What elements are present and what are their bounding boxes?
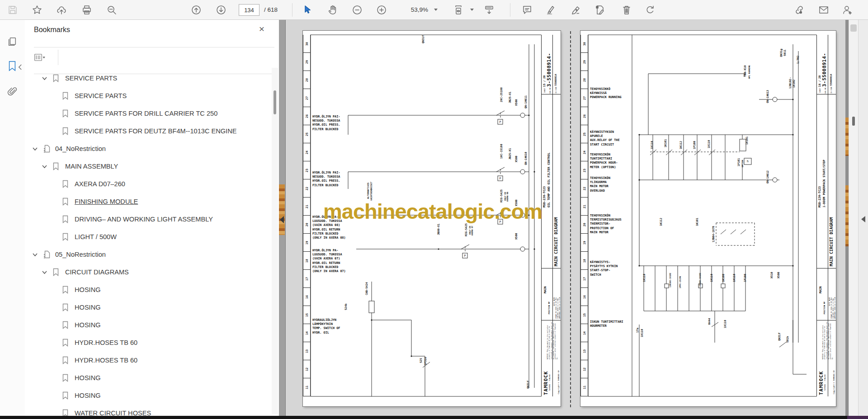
- bookmark-item[interactable]: SERVICE PARTS FOR DEUTZ BF4M--1013C ENGI…: [25, 122, 270, 140]
- chevron-down-icon[interactable]: [32, 251, 38, 257]
- bookmark-icon: [52, 268, 59, 276]
- divider: [34, 47, 274, 47]
- description-block: TEHOYKSIKÖNTUNTIMITTARIPOWERPACK HOUR-ME…: [590, 153, 632, 169]
- hand-tool-icon[interactable]: [326, 4, 339, 16]
- attachments-icon[interactable]: [7, 86, 18, 98]
- drawing-number: DWG NR3-55008914-: [821, 53, 827, 94]
- redo-icon[interactable]: [644, 4, 656, 16]
- bookmark-icon: [62, 198, 69, 206]
- close-icon[interactable]: ×: [259, 24, 264, 33]
- bookmark-item[interactable]: SERVICE PARTS FOR DRILL CARRIER TC 250: [25, 104, 270, 122]
- fit-dropdown-caret[interactable]: [470, 9, 474, 11]
- bookmarks-scrollbar[interactable]: [272, 68, 278, 414]
- share-upload-icon[interactable]: [55, 4, 68, 16]
- share-link-icon[interactable]: [793, 4, 806, 16]
- bookmark-item[interactable]: 04_NoRestriction: [25, 140, 270, 157]
- row-marker: 16: [580, 288, 588, 306]
- bookmark-item-label: HOSING: [75, 304, 101, 311]
- panel-divider[interactable]: [279, 20, 286, 416]
- row-marker: 24: [580, 143, 588, 161]
- comment-icon[interactable]: [521, 4, 533, 16]
- component-label: S25: [419, 358, 422, 363]
- fill-sign-icon[interactable]: [594, 4, 606, 16]
- component-label: 1JB102-1X102: [699, 273, 701, 287]
- bookmark-item-label: SERVICE PARTS: [75, 92, 127, 99]
- component-label: 1/702: [796, 56, 799, 64]
- sign-pen-icon[interactable]: [570, 4, 582, 16]
- vertical-scrollbar[interactable]: [849, 20, 858, 416]
- panel-title: Bookmarks: [34, 26, 70, 34]
- divider: [58, 50, 58, 65]
- bookmark-item[interactable]: LIGHT / 500W: [25, 228, 270, 245]
- bookmark-item[interactable]: HYDR.HOSES TB 60: [25, 351, 270, 369]
- taskbar-accent: [847, 416, 868, 419]
- highlight-icon[interactable]: [544, 4, 557, 16]
- component-label: 1X110: [723, 320, 726, 328]
- bookmark-item[interactable]: HOSING: [25, 281, 270, 298]
- email-icon[interactable]: [817, 4, 830, 16]
- chevron-down-icon[interactable]: [42, 75, 47, 81]
- chevron-down-icon[interactable]: [42, 163, 47, 169]
- delete-icon[interactable]: [620, 4, 633, 16]
- bookmark-item[interactable]: 05_NoRestriction: [25, 245, 270, 263]
- collapse-panel-arrow-icon[interactable]: [280, 216, 284, 223]
- row-marker: 29: [303, 53, 311, 71]
- bookmark-item[interactable]: FINISHING MODULE: [25, 193, 270, 210]
- bookmark-item[interactable]: HOSING: [25, 298, 270, 316]
- sheet-subtitle: OIL TEMP AND OIL FILTER CONTROL: [547, 153, 551, 207]
- zoom-level-value[interactable]: 53,9%: [405, 6, 428, 13]
- panel-collapse-chevron-icon[interactable]: [18, 64, 24, 75]
- component-label: 1JB102-: [788, 77, 792, 89]
- position-label: POSITION MP: [548, 301, 550, 314]
- star-icon[interactable]: [31, 4, 43, 16]
- select-tool-icon[interactable]: [301, 4, 314, 16]
- zoom-dropdown-caret[interactable]: [434, 9, 438, 11]
- bookmark-item[interactable]: HOSING: [25, 386, 270, 404]
- component-label: QN-1H611: [524, 95, 527, 108]
- page-scroll-icon[interactable]: [483, 4, 495, 16]
- zoom-in-icon[interactable]: [375, 4, 388, 16]
- print-icon[interactable]: [80, 4, 93, 16]
- bookmark-item[interactable]: HYDR.HOSES TB 60: [25, 334, 270, 351]
- row-marker: 23: [303, 161, 311, 179]
- page-down-icon[interactable]: [215, 4, 227, 16]
- bookmark-item[interactable]: SERVICE PARTS: [25, 87, 270, 104]
- chevron-down-icon[interactable]: [42, 269, 47, 275]
- bookmark-item[interactable]: CIRCUIT DIAGRAMS: [25, 263, 270, 281]
- row-marker: 30: [303, 35, 311, 53]
- page-up-icon[interactable]: [190, 4, 203, 16]
- search-icon[interactable]: [105, 4, 118, 16]
- title-block: SHEET15 / 20 DWG NR3-55008914- ID-CODE55…: [541, 35, 561, 396]
- bookmark-item[interactable]: DRIVING– AND WORKING LIGHT ASSEMBLY: [25, 210, 270, 228]
- bookmarks-scrollbar-thumb[interactable]: [274, 90, 276, 114]
- bookmark-item[interactable]: HOSING: [25, 369, 270, 386]
- scrollbar-position-marker[interactable]: [852, 117, 855, 126]
- bookmark-item[interactable]: MAIN ASSEMBLY: [25, 157, 270, 175]
- bookmarks-panel-icon[interactable]: [7, 61, 18, 72]
- lamp-symbol: [520, 169, 525, 174]
- bookmark-options-icon[interactable]: [34, 52, 54, 63]
- row-marker: 14: [580, 324, 588, 342]
- component-label: X500: [514, 155, 518, 162]
- row-marker: 18: [580, 252, 588, 270]
- svg-text:P: P: [500, 177, 501, 180]
- scrollbar-thumb-top[interactable]: [850, 24, 857, 32]
- row-marker: 27: [580, 89, 588, 107]
- add-person-icon[interactable]: [841, 4, 854, 16]
- page-number-input[interactable]: [239, 4, 259, 16]
- row-marker: 16: [303, 288, 311, 306]
- expand-tools-arrow-icon[interactable]: [861, 216, 865, 222]
- page-thumbnails-icon[interactable]: [7, 36, 18, 48]
- toolbar-separator: [510, 3, 510, 17]
- bookmark-item[interactable]: WATER CIRCUIT HOSES: [25, 404, 270, 416]
- component-label: HP1 RUNNING: [748, 65, 750, 79]
- zoom-out-icon[interactable]: [351, 4, 363, 16]
- bookmark-item[interactable]: AXERA D07–260: [25, 175, 270, 193]
- model-code: MSB-2JH-TC23: [818, 186, 821, 207]
- chevron-down-icon[interactable]: [32, 146, 38, 151]
- fit-width-icon[interactable]: [452, 4, 465, 16]
- bookmark-item[interactable]: HOSING: [25, 316, 270, 334]
- bookmark-item[interactable]: SERVICE PARTS: [25, 74, 270, 87]
- save-icon[interactable]: [6, 4, 19, 16]
- bookmark-item-label: HOSING: [75, 374, 101, 381]
